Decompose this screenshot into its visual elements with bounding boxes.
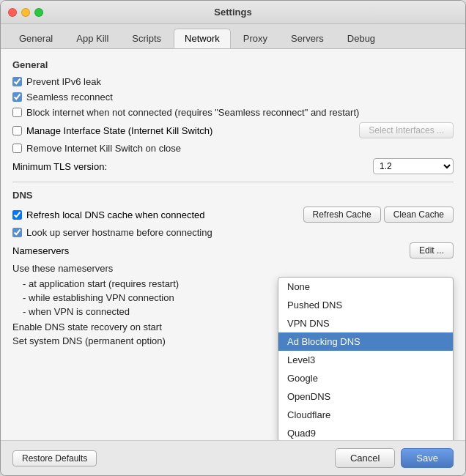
block-internet-row: Block internet when not connected (requi… [12,107,454,118]
nameservers-row: Nameservers Edit ... [12,242,454,259]
dns-cache-buttons: Refresh Cache Clean Cache [303,207,454,223]
remove-kill-label: Remove Internet Kill Switch on close [26,143,181,154]
block-internet-checkbox[interactable] [12,108,22,117]
settings-window: Settings General App Kill Scripts Networ… [0,0,466,476]
refresh-dns-checkbox[interactable] [12,210,22,220]
tab-debug[interactable]: Debug [336,29,386,48]
restore-defaults-button[interactable]: Restore Defaults [12,450,97,466]
nameservers-label: Nameservers [12,245,69,256]
save-button[interactable]: Save [401,448,454,468]
tls-label: Minimum TLS version: [12,161,107,172]
use-these-label: Use these nameservers [12,263,454,274]
tab-appkill[interactable]: App Kill [65,29,119,48]
tab-scripts[interactable]: Scripts [121,29,172,48]
maximize-button[interactable] [34,8,43,17]
dns-option-pushed[interactable]: Pushed DNS [278,296,453,314]
cancel-button[interactable]: Cancel [335,448,395,468]
ipv6-label: Prevent IPv6 leak [26,76,101,87]
dns-option-opendns[interactable]: OpenDNS [278,387,453,406]
dns-dropdown: None Pushed DNS VPN DNS Ad Blocking DNS … [278,277,454,440]
dns-option-level3[interactable]: Level3 [278,351,453,369]
select-interfaces-button[interactable]: Select Interfaces ... [359,122,454,138]
reconnect-checkbox[interactable] [12,92,22,102]
remove-kill-row: Remove Internet Kill Switch on close [12,143,454,154]
ipv6-row: Prevent IPv6 leak [12,76,454,87]
lookup-hostname-label: Look up server hostname before connectin… [26,227,212,238]
general-section-label: General [12,59,454,70]
refresh-dns-row: Refresh local DNS cache when connected R… [12,207,454,223]
dns-option-cloudflare[interactable]: Cloudflare [278,406,453,424]
refresh-cache-button[interactable]: Refresh Cache [303,207,381,223]
manage-iface-label: Manage Interface State (Internet Kill Sw… [26,125,212,136]
close-button[interactable] [8,8,17,17]
reconnect-label: Seamless reconnect [26,92,113,103]
tls-select[interactable]: 1.2 1.0 1.1 1.3 [373,158,454,174]
edit-button[interactable]: Edit ... [410,242,454,259]
manage-iface-row: Manage Interface State (Internet Kill Sw… [12,122,454,138]
reconnect-row: Seamless reconnect [12,92,454,103]
dns-option-none[interactable]: None [278,278,453,296]
dns-option-vpn[interactable]: VPN DNS [278,314,453,332]
bottom-bar: Restore Defaults Cancel Save [1,440,465,475]
lookup-hostname-checkbox[interactable] [12,228,22,237]
lookup-hostname-row: Look up server hostname before connectin… [12,227,454,238]
manage-iface-checkbox[interactable] [12,126,22,135]
minimize-button[interactable] [21,8,30,17]
tab-network[interactable]: Network [174,29,231,48]
tab-proxy[interactable]: Proxy [232,29,278,48]
ipv6-checkbox[interactable] [12,77,22,86]
dns-option-google[interactable]: Google [278,369,453,387]
tab-general[interactable]: General [8,29,64,48]
refresh-dns-left: Refresh local DNS cache when connected [12,209,205,220]
clean-cache-button[interactable]: Clean Cache [384,207,454,223]
titlebar: Settings [1,1,465,24]
dns-option-adblocking[interactable]: Ad Blocking DNS [278,332,453,351]
divider-1 [12,182,454,182]
tls-row: Minimum TLS version: 1.2 1.0 1.1 1.3 [12,158,454,174]
right-buttons: Cancel Save [335,448,454,468]
window-title: Settings [214,7,251,18]
traffic-lights [8,8,43,17]
content-area: General Prevent IPv6 leak Seamless recon… [1,49,465,440]
dns-option-quad9[interactable]: Quad9 [278,424,453,440]
manage-iface-left: Manage Interface State (Internet Kill Sw… [12,125,212,136]
tab-bar: General App Kill Scripts Network Proxy S… [1,24,465,49]
block-internet-label: Block internet when not connected (requi… [26,107,359,118]
refresh-dns-label: Refresh local DNS cache when connected [26,209,205,220]
remove-kill-checkbox[interactable] [12,144,22,153]
dns-section-label: DNS [12,190,454,201]
dns-options-area: - at application start (requires restart… [12,278,454,349]
tab-servers[interactable]: Servers [280,29,335,48]
